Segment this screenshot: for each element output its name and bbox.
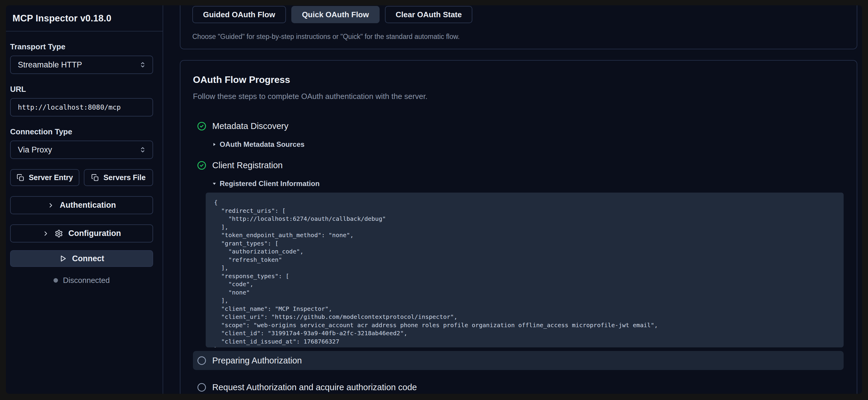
oauth-flow-toolbar-card: Guided OAuth Flow Quick OAuth Flow Clear… [180, 5, 857, 49]
connection-status: Disconnected [10, 276, 153, 285]
mcp-inspector-app: MCP Inspector v0.18.0 Transport Type Str… [6, 5, 862, 394]
chevron-up-down-icon [139, 146, 147, 154]
step-preparing-authorization: Preparing Authorization [193, 351, 844, 370]
server-entry-label: Server Entry [29, 173, 73, 182]
flow-hint-text: Choose "Guided" for step-by-step instruc… [192, 32, 845, 41]
copy-buttons-row: Server Entry Servers File [10, 169, 153, 186]
play-icon [59, 255, 67, 263]
step-label: Client Registration [212, 160, 283, 171]
url-field: URL [10, 85, 153, 117]
configuration-button[interactable]: Configuration [10, 224, 153, 243]
connection-type-select[interactable]: Via Proxy [10, 141, 153, 159]
transport-type-value: Streamable HTTP [18, 60, 82, 69]
oauth-flow-buttons: Guided OAuth Flow Quick OAuth Flow Clear… [192, 6, 845, 23]
servers-file-button[interactable]: Servers File [84, 169, 153, 186]
connection-type-field: Connection Type Via Proxy [10, 127, 153, 159]
check-circle-icon [197, 161, 206, 170]
transport-type-field: Transport Type Streamable HTTP [10, 42, 153, 74]
progress-title: OAuth Flow Progress [193, 74, 844, 85]
authentication-button[interactable]: Authentication [10, 196, 153, 214]
step-client-registration: Client Registration [193, 156, 844, 175]
chevron-right-icon [47, 202, 54, 209]
triangle-down-icon [212, 181, 217, 186]
configuration-label: Configuration [68, 229, 121, 238]
circle-pending-icon [197, 356, 206, 365]
chevron-up-down-icon [139, 61, 147, 69]
main-content: Guided OAuth Flow Quick OAuth Flow Clear… [163, 5, 862, 394]
registered-client-information-toggle[interactable]: Registered Client Information [212, 180, 844, 188]
step-metadata-discovery: Metadata Discovery [193, 117, 844, 135]
step-label: Preparing Authorization [212, 355, 302, 366]
sidebar-header: MCP Inspector v0.18.0 [6, 5, 163, 31]
status-text: Disconnected [63, 276, 110, 285]
registered-client-json[interactable]: { "redirect_uris": [ "http://localhost:6… [206, 192, 844, 347]
transport-type-label: Transport Type [10, 42, 153, 52]
gear-icon [55, 229, 63, 238]
chevron-right-icon [42, 230, 49, 237]
clear-oauth-state-button[interactable]: Clear OAuth State [385, 6, 473, 23]
check-circle-icon [197, 122, 206, 131]
app-window: MCP Inspector v0.18.0 Transport Type Str… [0, 0, 868, 400]
step-label: Request Authorization and acquire author… [212, 382, 417, 393]
progress-subtitle: Follow these steps to complete OAuth aut… [193, 92, 844, 101]
status-dot-icon [54, 278, 58, 283]
circle-pending-icon [197, 383, 206, 392]
copy-icon [91, 174, 99, 182]
connect-label: Connect [72, 254, 104, 263]
sidebar-body: Transport Type Streamable HTTP URL Conne… [6, 31, 163, 285]
triangle-right-icon [212, 142, 217, 147]
copy-icon [17, 174, 24, 182]
servers-file-label: Servers File [103, 173, 146, 182]
step-label: Metadata Discovery [212, 121, 288, 131]
url-input[interactable] [10, 98, 153, 117]
authentication-label: Authentication [60, 201, 116, 210]
app-title: MCP Inspector v0.18.0 [12, 13, 156, 24]
transport-type-select[interactable]: Streamable HTTP [10, 56, 153, 74]
sidebar: MCP Inspector v0.18.0 Transport Type Str… [6, 5, 163, 394]
server-entry-button[interactable]: Server Entry [10, 169, 80, 186]
connect-button[interactable]: Connect [10, 250, 153, 267]
step-request-authorization: Request Authorization and acquire author… [193, 378, 844, 394]
quick-oauth-flow-button[interactable]: Quick OAuth Flow [291, 6, 380, 23]
oauth-metadata-sources-toggle[interactable]: OAuth Metadata Sources [212, 140, 844, 149]
guided-oauth-flow-button[interactable]: Guided OAuth Flow [192, 6, 286, 23]
url-label: URL [10, 85, 153, 94]
connection-type-value: Via Proxy [18, 145, 52, 155]
connection-type-label: Connection Type [10, 127, 153, 136]
progress-steps: Metadata Discovery OAuth Metadata Source… [193, 117, 844, 394]
collapsible-label: Registered Client Information [220, 180, 319, 188]
collapsible-label: OAuth Metadata Sources [220, 140, 304, 149]
oauth-flow-progress-card: OAuth Flow Progress Follow these steps t… [180, 60, 857, 394]
